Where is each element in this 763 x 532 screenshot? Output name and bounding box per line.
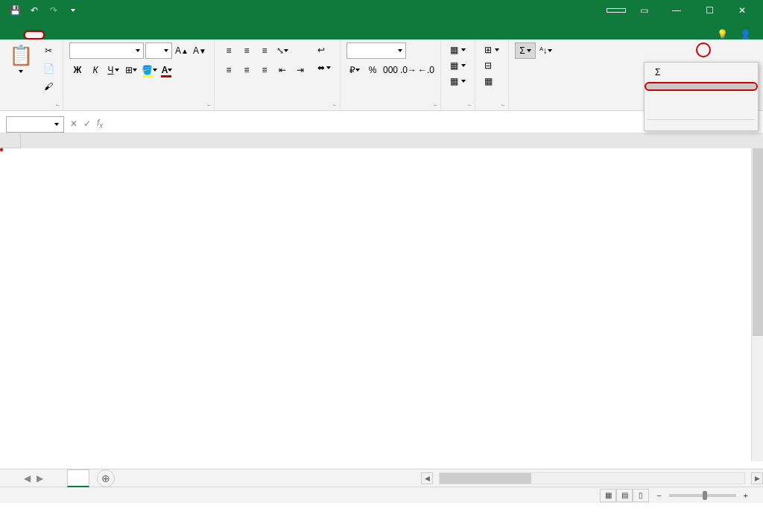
hscroll-right-button[interactable]: ▶ (751, 472, 763, 484)
font-color-button[interactable]: A (159, 62, 175, 78)
currency-button[interactable]: ₽ (346, 62, 363, 78)
menu-item-more-functions[interactable] (645, 121, 758, 130)
tell-me-button[interactable]: 💡 (717, 29, 731, 39)
group-alignment: ≡ ≡ ≡ ⤡ ≡ ≡ ≡ ⇤ ⇥ ↩ ⬌ (215, 39, 341, 110)
spreadsheet-grid[interactable] (0, 133, 763, 461)
group-label-alignment (221, 107, 334, 109)
tab-file[interactable] (6, 34, 24, 39)
align-center-button[interactable]: ≡ (238, 62, 255, 78)
add-sheet-button[interactable]: ⊕ (97, 469, 115, 487)
maximize-button[interactable]: ☐ (694, 0, 724, 21)
vertical-scrollbar[interactable] (751, 148, 763, 461)
menu-item-min[interactable] (645, 109, 758, 118)
sort-filter-button[interactable]: ᴬ↓ (537, 42, 554, 59)
align-right-button[interactable]: ≡ (256, 62, 273, 78)
minimize-button[interactable]: — (662, 0, 691, 21)
hscroll-left-button[interactable]: ◀ (421, 472, 433, 484)
undo-button[interactable]: ↶ (25, 1, 43, 19)
fx-button[interactable]: fx (97, 118, 103, 130)
ribbon-options-button[interactable]: ▭ (629, 0, 659, 21)
signin-button[interactable] (607, 8, 626, 13)
menu-item-average[interactable] (645, 82, 758, 91)
wrap-text-button[interactable]: ↩ (314, 42, 334, 57)
cancel-formula-button[interactable]: ✕ (70, 118, 77, 129)
zoom-in-button[interactable]: + (744, 491, 748, 500)
increase-font-button[interactable]: A▲ (174, 42, 190, 59)
select-all-corner[interactable] (0, 133, 21, 148)
format-as-table-button[interactable]: ▦ (447, 58, 469, 73)
group-styles: ▦ ▦ ▦ (441, 39, 475, 110)
save-button[interactable]: 💾 (6, 1, 24, 19)
cell-styles-button[interactable]: ▦ (447, 74, 469, 89)
name-box[interactable] (6, 116, 64, 133)
tab-help[interactable] (170, 34, 188, 39)
format-cells-button[interactable]: ▦ (481, 74, 502, 89)
cut-button[interactable]: ✂ (40, 42, 57, 59)
horizontal-scrollbar-thumb[interactable] (440, 473, 531, 484)
status-bar: ▦ ▤ ▯ − + (0, 487, 763, 503)
menu-item-count[interactable] (645, 91, 758, 100)
tab-page-layout[interactable] (63, 34, 80, 39)
group-label-cells (481, 107, 502, 109)
increase-indent-button[interactable]: ⇥ (292, 62, 308, 78)
group-label-clipboard (6, 107, 57, 109)
close-button[interactable]: ✕ (727, 0, 757, 21)
sheet-nav-next[interactable]: ▶ (37, 473, 43, 484)
align-top-button[interactable]: ≡ (221, 42, 237, 59)
comma-button[interactable]: 000 (382, 62, 399, 78)
tab-review[interactable] (116, 34, 134, 39)
sheet-nav: ◀ ▶ (0, 473, 67, 484)
menu-item-sum[interactable]: Σ (645, 63, 758, 82)
quick-access-toolbar: 💾 ↶ ↷ (0, 1, 82, 19)
orientation-button[interactable]: ⤡ (274, 42, 291, 59)
merge-button[interactable]: ⬌ (314, 60, 334, 75)
sheet-nav-prev[interactable]: ◀ (24, 473, 31, 484)
italic-button[interactable]: К (87, 62, 104, 78)
decrease-decimal-button[interactable]: ←.0 (418, 62, 434, 78)
align-middle-button[interactable]: ≡ (238, 42, 255, 59)
view-buttons: ▦ ▤ ▯ (600, 489, 649, 502)
selection-highlight-annotation (0, 148, 3, 151)
share-button[interactable]: 👤 (740, 29, 754, 39)
view-page-layout-button[interactable]: ▤ (616, 489, 633, 502)
align-left-button[interactable]: ≡ (221, 62, 237, 78)
vertical-scrollbar-thumb[interactable] (753, 148, 763, 336)
sheet-tab[interactable] (67, 469, 89, 487)
tab-view[interactable] (134, 34, 152, 39)
horizontal-scrollbar[interactable] (439, 472, 745, 484)
decrease-indent-button[interactable]: ⇤ (274, 62, 291, 78)
paste-button[interactable]: 📋 (6, 42, 36, 75)
view-normal-button[interactable]: ▦ (600, 489, 616, 502)
tab-formulas[interactable] (80, 34, 98, 39)
delete-cells-button[interactable]: ⊟ (481, 58, 502, 73)
format-painter-button[interactable]: 🖌 (40, 78, 57, 95)
accept-formula-button[interactable]: ✓ (83, 118, 91, 129)
conditional-formatting-button[interactable]: ▦ (447, 42, 469, 57)
ribbon-tabs: 💡 👤 (0, 21, 763, 39)
tab-developer[interactable] (152, 34, 170, 39)
underline-button[interactable]: Ч (105, 62, 121, 78)
align-bottom-button[interactable]: ≡ (256, 42, 273, 59)
font-name-select[interactable] (69, 42, 144, 59)
view-page-break-button[interactable]: ▯ (633, 489, 649, 502)
tab-data[interactable] (98, 34, 116, 39)
percent-button[interactable]: % (364, 62, 381, 78)
bold-button[interactable]: Ж (69, 62, 86, 78)
tab-insert[interactable] (45, 34, 63, 39)
insert-cells-button[interactable]: ⊞ (481, 42, 502, 57)
number-format-select[interactable] (346, 42, 406, 59)
menu-divider (648, 119, 755, 120)
tab-home[interactable] (24, 31, 45, 39)
autosum-button[interactable]: Σ (515, 42, 536, 59)
qat-customize[interactable] (64, 1, 82, 19)
fill-color-button[interactable]: 🪣 (141, 62, 157, 78)
zoom-slider[interactable] (669, 494, 736, 497)
menu-item-max[interactable] (645, 100, 758, 109)
redo-button[interactable]: ↷ (45, 1, 63, 19)
copy-button[interactable]: 📄 (40, 60, 57, 77)
decrease-font-button[interactable]: A▼ (191, 42, 208, 59)
font-size-select[interactable] (145, 42, 172, 59)
zoom-out-button[interactable]: − (656, 491, 661, 500)
borders-button[interactable]: ⊞ (123, 62, 139, 78)
increase-decimal-button[interactable]: .0→ (400, 62, 417, 78)
